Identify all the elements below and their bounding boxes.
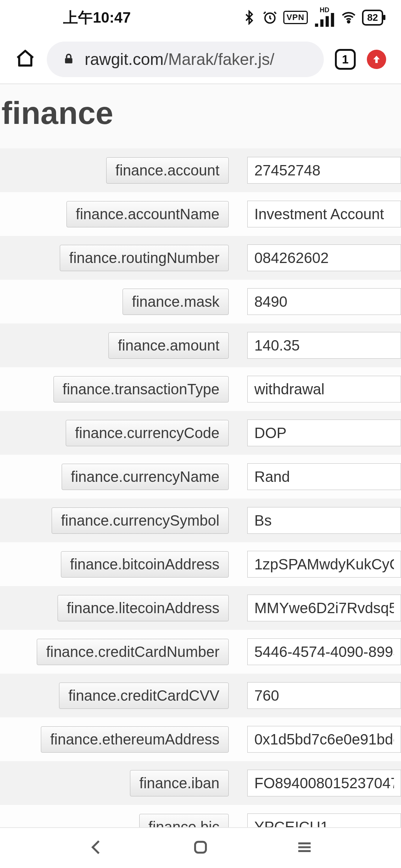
- label-cell: finance.iban: [0, 770, 230, 796]
- value-input[interactable]: [247, 595, 401, 621]
- label-cell: finance.accountName: [0, 201, 230, 227]
- value-input[interactable]: [247, 420, 401, 446]
- table-row: finance.creditCardCVV: [0, 674, 401, 717]
- method-button[interactable]: finance.iban: [130, 770, 229, 796]
- table-row: finance.currencySymbol: [0, 499, 401, 542]
- value-input[interactable]: [247, 332, 401, 359]
- status-bar: 上午10:47 VPN HD 82: [0, 0, 401, 35]
- browser-chrome: rawgit.com/Marak/faker.js/ 1: [0, 35, 401, 83]
- table-row: finance.currencyName: [0, 455, 401, 499]
- method-button[interactable]: finance.transactionType: [53, 376, 229, 402]
- value-cell: [230, 507, 401, 534]
- table-row: finance.iban: [0, 761, 401, 805]
- label-cell: finance.amount: [0, 332, 230, 359]
- value-input[interactable]: [247, 244, 401, 271]
- method-button[interactable]: finance.bitcoinAddress: [61, 551, 229, 578]
- method-button[interactable]: finance.mask: [123, 289, 229, 315]
- table-row: finance.accountName: [0, 192, 401, 236]
- method-button[interactable]: finance.currencyCode: [66, 420, 229, 446]
- value-cell: [230, 288, 401, 315]
- svg-rect-3: [195, 842, 206, 852]
- method-button[interactable]: finance.routingNumber: [60, 245, 229, 271]
- method-button[interactable]: finance.creditCardCVV: [59, 683, 229, 709]
- vpn-icon: VPN: [283, 11, 308, 24]
- value-cell: [230, 463, 401, 490]
- value-input[interactable]: [247, 551, 401, 578]
- method-button[interactable]: finance.ethereumAddress: [41, 726, 229, 753]
- method-button[interactable]: finance.creditCardNumber: [37, 639, 229, 665]
- table-row: finance.routingNumber: [0, 236, 401, 280]
- value-input[interactable]: [247, 376, 401, 402]
- value-cell: [230, 244, 401, 271]
- value-cell: [230, 726, 401, 753]
- method-button[interactable]: finance.bic: [139, 814, 229, 828]
- method-button[interactable]: finance.amount: [108, 332, 229, 359]
- value-input[interactable]: [247, 813, 401, 827]
- table-row: finance.currencyCode: [0, 411, 401, 455]
- method-button[interactable]: finance.account: [106, 157, 229, 184]
- value-cell: [230, 770, 401, 796]
- wifi-icon: [341, 10, 356, 25]
- value-cell: [230, 638, 401, 665]
- table-row: finance.bic: [0, 805, 401, 827]
- value-input[interactable]: [247, 463, 401, 490]
- value-input[interactable]: [247, 157, 401, 184]
- value-cell: [230, 376, 401, 402]
- method-button[interactable]: finance.litecoinAddress: [58, 595, 229, 621]
- table-row: finance.mask: [0, 280, 401, 323]
- label-cell: finance.creditCardNumber: [0, 639, 230, 665]
- label-cell: finance.creditCardCVV: [0, 683, 230, 709]
- table-row: finance.account: [0, 148, 401, 192]
- address-bar[interactable]: rawgit.com/Marak/faker.js/: [47, 42, 324, 77]
- home-system-button[interactable]: [191, 838, 210, 858]
- url-host: rawgit.com: [85, 50, 164, 68]
- alarm-icon: [263, 10, 277, 25]
- method-button[interactable]: finance.currencySymbol: [52, 507, 229, 534]
- value-cell: [230, 332, 401, 359]
- label-cell: finance.bic: [0, 814, 230, 828]
- method-button[interactable]: finance.accountName: [66, 201, 229, 227]
- label-cell: finance.currencySymbol: [0, 507, 230, 534]
- value-input[interactable]: [247, 201, 401, 227]
- value-cell: [230, 595, 401, 621]
- status-time: 上午10:47: [63, 7, 131, 28]
- home-button[interactable]: [15, 48, 36, 70]
- label-cell: finance.bitcoinAddress: [0, 551, 230, 578]
- label-cell: finance.ethereumAddress: [0, 726, 230, 753]
- table-row: finance.ethereumAddress: [0, 717, 401, 761]
- value-input[interactable]: [247, 726, 401, 753]
- value-cell: [230, 682, 401, 709]
- value-input[interactable]: [247, 682, 401, 709]
- value-input[interactable]: [247, 288, 401, 315]
- url-path: /Marak/faker.js/: [164, 50, 274, 68]
- value-cell: [230, 813, 401, 827]
- value-cell: [230, 201, 401, 227]
- value-input[interactable]: [247, 770, 401, 796]
- label-cell: finance.mask: [0, 289, 230, 315]
- bluetooth-icon: [242, 10, 257, 25]
- label-cell: finance.currencyName: [0, 464, 230, 490]
- update-button[interactable]: [367, 50, 386, 69]
- table-row: finance.transactionType: [0, 367, 401, 411]
- value-input[interactable]: [247, 507, 401, 534]
- tab-count-button[interactable]: 1: [335, 49, 356, 70]
- hd-signal-icon: HD: [314, 7, 335, 27]
- page-content: finance finance.accountfinance.accountNa…: [0, 84, 401, 827]
- method-button[interactable]: finance.currencyName: [62, 464, 229, 490]
- label-cell: finance.currencyCode: [0, 420, 230, 446]
- battery-icon: 82: [362, 10, 383, 26]
- page-title: finance: [0, 84, 401, 147]
- value-cell: [230, 157, 401, 184]
- table-row: finance.bitcoinAddress: [0, 542, 401, 586]
- value-cell: [230, 420, 401, 446]
- back-button[interactable]: [87, 838, 106, 858]
- value-input[interactable]: [247, 638, 401, 665]
- url-text: rawgit.com/Marak/faker.js/: [85, 50, 274, 69]
- lock-icon: [62, 51, 75, 68]
- label-cell: finance.litecoinAddress: [0, 595, 230, 621]
- finance-table: finance.accountfinance.accountNamefinanc…: [0, 147, 401, 827]
- table-row: finance.creditCardNumber: [0, 630, 401, 674]
- system-navbar: [0, 827, 401, 868]
- recent-apps-button[interactable]: [295, 838, 314, 858]
- value-cell: [230, 551, 401, 578]
